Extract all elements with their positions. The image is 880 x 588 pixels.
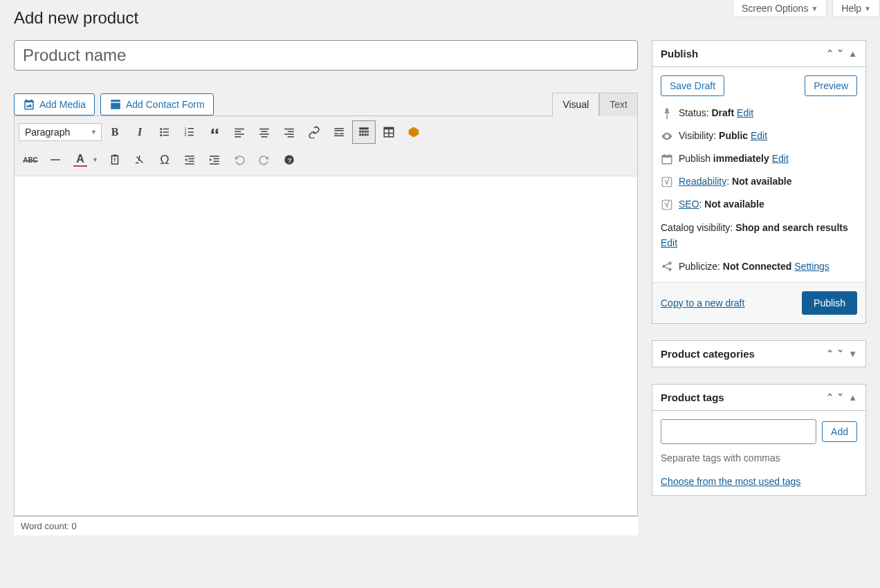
horizontal-rule-button[interactable] — [44, 148, 67, 172]
svg-point-4 — [160, 134, 162, 136]
svg-point-63 — [668, 262, 672, 266]
preview-button[interactable]: Preview — [805, 75, 857, 96]
paste-text-button[interactable]: T — [103, 148, 127, 172]
copy-draft-link[interactable]: Copy to a new draft — [661, 297, 744, 309]
blockquote-button[interactable] — [203, 120, 226, 144]
svg-rect-47 — [189, 158, 194, 160]
readmore-button[interactable] — [327, 120, 351, 144]
publicize-settings-link[interactable]: Settings — [794, 261, 829, 272]
italic-button[interactable]: I — [128, 120, 152, 144]
help-tab[interactable]: Help ▼ — [832, 0, 880, 17]
svg-rect-20 — [284, 129, 294, 130]
format-select[interactable]: Paragraph — [19, 123, 102, 141]
svg-rect-17 — [262, 131, 268, 133]
special-character-button[interactable]: Ω — [153, 148, 176, 172]
edit-catalog-link[interactable]: Edit — [661, 237, 677, 248]
readability-link[interactable]: Readability — [679, 176, 726, 187]
indent-button[interactable] — [203, 148, 226, 172]
svg-rect-9 — [188, 131, 194, 133]
edit-visibility-link[interactable]: Edit — [751, 130, 767, 141]
svg-rect-16 — [259, 129, 269, 130]
move-down-icon[interactable]: ˅ — [837, 392, 844, 403]
align-left-button[interactable] — [228, 120, 251, 144]
text-color-button[interactable]: A — [68, 148, 92, 172]
svg-rect-53 — [210, 163, 219, 165]
categories-box-title: Product categories — [661, 348, 755, 360]
screen-options-tab[interactable]: Screen Options ▼ — [733, 0, 827, 17]
product-name-input[interactable] — [14, 40, 638, 71]
move-down-icon[interactable]: ˅ — [837, 349, 844, 359]
link-button[interactable] — [302, 120, 326, 144]
bold-button[interactable]: B — [103, 120, 127, 144]
svg-rect-23 — [288, 136, 294, 138]
toggle-icon[interactable]: ▼ — [848, 349, 857, 359]
edit-schedule-link[interactable]: Edit — [772, 153, 789, 164]
yoast-icon — [661, 176, 673, 188]
svg-rect-11 — [188, 135, 194, 136]
move-down-icon[interactable]: ˅ — [837, 48, 844, 59]
add-tag-button[interactable]: Add — [822, 421, 857, 442]
svg-rect-50 — [210, 156, 219, 157]
woocommerce-button[interactable] — [402, 120, 425, 144]
visual-tab[interactable]: Visual — [552, 93, 599, 116]
undo-button[interactable] — [228, 148, 251, 172]
svg-rect-15 — [235, 136, 241, 138]
svg-rect-26 — [334, 134, 338, 135]
bullet-list-button[interactable] — [153, 120, 176, 144]
choose-tags-link[interactable]: Choose from the most used tags — [661, 476, 800, 487]
tags-box: Product tags ˄ ˅ ▲ Add Separate tags wit… — [652, 384, 866, 496]
redo-button[interactable] — [253, 148, 276, 172]
svg-rect-52 — [214, 161, 219, 163]
align-right-button[interactable] — [277, 120, 301, 144]
toggle-icon[interactable]: ▲ — [848, 48, 857, 59]
svg-text:T: T — [113, 158, 117, 163]
svg-rect-21 — [288, 131, 294, 133]
svg-rect-60 — [662, 177, 672, 187]
svg-text:3: 3 — [185, 133, 187, 137]
svg-rect-5 — [163, 135, 169, 136]
svg-rect-36 — [365, 134, 367, 136]
text-color-dropdown[interactable]: ▼ — [92, 156, 102, 163]
clear-formatting-button[interactable] — [128, 148, 152, 172]
move-up-icon[interactable]: ˄ — [827, 48, 834, 59]
svg-rect-27 — [340, 134, 344, 135]
help-button[interactable]: ? — [277, 148, 301, 172]
toolbar-toggle-button[interactable] — [352, 120, 376, 144]
svg-point-62 — [662, 265, 666, 268]
svg-rect-22 — [284, 134, 294, 135]
publish-button[interactable]: Publish — [802, 291, 857, 315]
toggle-icon[interactable]: ▲ — [848, 392, 857, 403]
editor-status-bar: Word count: 0 — [14, 516, 638, 535]
svg-rect-37 — [367, 134, 369, 136]
svg-rect-18 — [259, 134, 269, 135]
add-contact-form-label: Add Contact Form — [126, 99, 205, 110]
svg-rect-34 — [359, 134, 361, 136]
outdent-button[interactable] — [178, 148, 201, 172]
svg-rect-12 — [235, 129, 244, 130]
tag-hint: Separate tags with commas — [661, 452, 857, 463]
save-draft-button[interactable]: Save Draft — [661, 75, 724, 96]
strikethrough-button[interactable]: ABC — [19, 148, 42, 172]
move-up-icon[interactable]: ˄ — [827, 392, 834, 403]
edit-status-link[interactable]: Edit — [737, 107, 753, 118]
svg-rect-59 — [669, 154, 670, 156]
svg-rect-3 — [163, 131, 169, 133]
align-center-button[interactable] — [253, 120, 276, 144]
yoast-icon — [661, 199, 673, 211]
editor-canvas[interactable] — [15, 176, 637, 515]
dropdown-icon: ▼ — [864, 5, 871, 12]
calendar-icon — [661, 153, 673, 165]
svg-rect-44 — [113, 155, 117, 157]
svg-rect-24 — [334, 128, 344, 129]
media-icon — [23, 98, 35, 111]
add-media-button[interactable]: Add Media — [14, 93, 95, 116]
text-tab[interactable]: Text — [599, 93, 638, 116]
dropdown-icon: ▼ — [811, 5, 818, 12]
seo-link[interactable]: SEO — [679, 199, 699, 210]
move-up-icon[interactable]: ˄ — [827, 349, 834, 359]
numbered-list-button[interactable]: 123 — [178, 120, 201, 144]
table-button[interactable] — [377, 120, 401, 144]
add-contact-form-button[interactable]: Add Contact Form — [100, 93, 214, 116]
svg-rect-35 — [362, 134, 364, 136]
tag-input[interactable] — [661, 419, 816, 444]
